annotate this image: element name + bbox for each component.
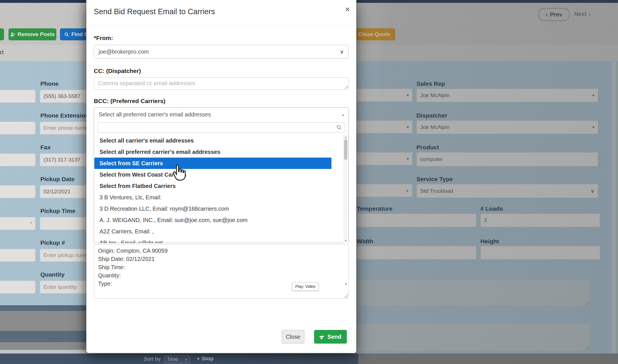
from-label: *From: [94,35,113,41]
table-row[interactable] [0,342,86,350]
bcc-combobox: Select all preferred carrier's email add… [94,107,349,243]
close-quote-button[interactable]: Close Quote [353,28,395,40]
sort-by-select[interactable]: Time ∨ [164,355,190,363]
field-label-loads: # Loads [480,205,503,212]
field-label-pickup-time: Pickup Time [40,208,86,214]
left-edge-input[interactable] [0,122,36,135]
chevron-down-icon: ∨ [340,48,344,55]
left-edge-input[interactable] [0,281,36,294]
body-line: Origin: Compton, CA 90059 [98,247,345,255]
partial-text: rt [0,49,4,56]
cc-textarea[interactable]: Comma separated cc email addresses [94,77,349,90]
notes-textarea[interactable] [357,323,590,351]
next-label: Next [574,11,586,17]
left-edge-input[interactable]: * [0,217,36,230]
field-label-sales-rep: Sales Rep [416,80,445,87]
page-scrollbar[interactable] [612,61,616,353]
resize-handle-icon[interactable] [344,294,348,298]
bcc-option[interactable]: A. J. WEIGAND, INC., Email: sue@joe.com,… [94,214,342,226]
scrollbar-thumb[interactable] [344,139,347,160]
left-edge-input[interactable] [0,153,36,166]
scroll-down-icon[interactable]: ▾ [343,239,348,242]
resize-handle-icon[interactable] [585,346,589,350]
close-quote-label: Close Quote [358,31,390,37]
body-line: Ship Date: 02/12/2021 [98,255,345,263]
scroll-down-icon[interactable]: ▾ [345,282,347,286]
product-input[interactable]: computer [416,152,598,166]
bcc-option[interactable]: Select from Flatbed Carriers [94,180,342,192]
next-button[interactable]: Next › [574,11,591,17]
remove-posts-icon [10,32,15,37]
plus-icon: + [197,355,200,362]
mouse-cursor-icon [172,164,187,181]
from-select[interactable]: joe@brokerpro.com ∨ [94,45,349,58]
stop-button[interactable]: +Stop [197,355,213,362]
bcc-search-input[interactable] [98,122,345,133]
temperature-input[interactable] [357,214,476,227]
field-label-height: Height [480,238,499,245]
loads-input[interactable]: 2 [480,214,600,227]
bcc-option[interactable]: Select from West Coast Carriers [94,169,342,180]
cut-left-button[interactable] [0,28,4,40]
fax-input[interactable]: (317) 317-3137 [40,153,93,166]
remove-posts-button[interactable]: Remove Posts [9,28,56,40]
dispatcher-select[interactable]: Joe McAlpin ▾ [416,120,598,134]
bcc-option[interactable]: 3 D Recreation LLC, Email: roym@168carri… [94,203,342,214]
field-label-service-type: Service Type [416,176,453,183]
bcc-option[interactable]: 3 B Ventures, Llc, Email: [94,192,342,203]
table-row[interactable] [0,311,86,331]
email-body-textarea[interactable]: Origin: Compton, CA 90059 Ship Date: 02/… [94,244,349,299]
modal-title: Send Bid Request Email to Carriers [94,7,215,16]
resize-handle-icon[interactable] [585,302,589,306]
bcc-selected-value[interactable]: Select all preferred carrier's email add… [94,108,349,121]
service-type-select[interactable]: Std Truckload ∨ [416,184,598,198]
bcc-label: BCC: (Preferred Carriers) [94,98,165,104]
close-icon[interactable]: × [345,5,350,14]
list-scrollbar[interactable]: ▴ ▾ [343,135,348,243]
send-button[interactable]: Send [314,330,347,344]
scroll-up-icon[interactable]: ▴ [343,135,348,139]
left-edge-input[interactable] [0,90,36,103]
left-edge-input[interactable] [0,249,36,262]
pickup-number-input[interactable]: Enter pickup number [40,249,93,262]
send-icon [320,334,325,340]
field-label-dispatcher: Dispatcher [416,112,447,119]
bcc-option[interactable]: A2Z Carriers, Email: , [94,226,342,237]
notes-textarea[interactable] [357,280,590,306]
phone-input[interactable]: (555) 363-5587 [40,90,93,103]
chevron-up-icon: ▴ [342,112,344,117]
bcc-options-list: Select all carrier's email addresses Sel… [94,135,349,243]
prev-button[interactable]: ‹ Prev [538,8,570,21]
header-divider [86,25,356,25]
phone-extension-input[interactable]: Enter phone number [40,122,93,135]
resize-handle-icon[interactable] [344,85,348,89]
bottom-bar-right [358,353,618,364]
field-label-phone: Phone [40,80,86,87]
bcc-option-selected[interactable]: Select from SE Carriers [94,158,331,169]
field-label-quantity: Quantity [40,271,86,278]
field-label-temperature: Temperature [357,205,393,212]
bcc-option[interactable]: Select all carrier's email addresses [94,135,342,146]
field-label-phone-extension: Phone Extension [40,112,86,119]
field-label-fax: Fax [40,144,86,151]
pickup-time-input[interactable] [40,217,93,230]
cc-placeholder: Comma separated cc email addresses [94,78,349,89]
chevron-right-icon: › [589,11,591,17]
send-bid-request-modal: Send Bid Request Email to Carriers × *Fr… [86,0,356,353]
pickup-date-input[interactable]: 02/12/2021 [40,185,93,198]
sales-rep-select[interactable]: Joe McAlpin ▾ [416,89,598,102]
left-edge-input[interactable] [0,185,36,198]
play-video-chip[interactable]: Play: Video [292,282,319,291]
width-input[interactable] [357,246,476,260]
search-icon [64,32,69,37]
field-label-product: Product [416,144,439,151]
asterisk-marker-icon: * [30,221,32,226]
bcc-option[interactable]: Select all preferred carrier's email add… [94,146,342,158]
bcc-option[interactable]: AB Inc., Email: s@dq.net [94,237,342,243]
height-input[interactable] [480,246,600,260]
chevron-down-icon: ∨ [406,188,409,193]
close-button[interactable]: Close [282,330,304,344]
chevron-down-icon: ∨ [591,188,594,194]
sort-by-label: Sort by [144,356,161,362]
quantity-input[interactable]: Enter quantity [40,281,93,294]
